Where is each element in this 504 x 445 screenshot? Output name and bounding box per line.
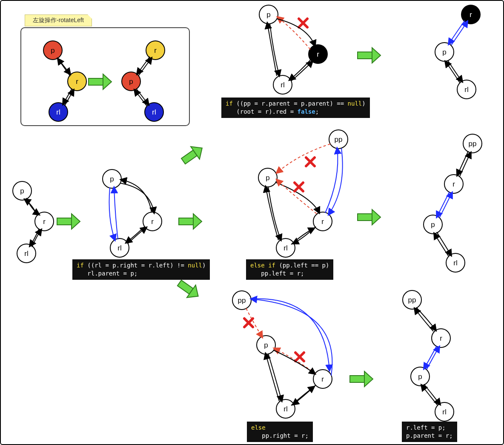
inset-right: r p rl — [122, 41, 165, 121]
svg-text:p: p — [264, 341, 268, 349]
svg-text:p: p — [20, 187, 24, 195]
svg-text:r: r — [317, 50, 319, 58]
case2-right: pp r p rl — [424, 134, 482, 272]
diagram-svg: p r rl r p rl p r rl — [1, 1, 504, 445]
arrow-case2 — [358, 210, 381, 225]
svg-line-14 — [135, 90, 147, 106]
node-rl: rl — [152, 108, 156, 116]
svg-text:pp: pp — [469, 140, 477, 148]
svg-text:pp: pp — [408, 296, 416, 304]
case1-left: p r rl — [259, 5, 327, 94]
svg-text:r: r — [321, 218, 324, 226]
node-p: p — [51, 46, 54, 55]
step2-tree: p r rl — [103, 169, 162, 257]
svg-text:pp: pp — [335, 135, 343, 144]
svg-rect-29 — [179, 218, 193, 225]
inset-arrow — [89, 74, 112, 89]
svg-text:p: p — [442, 48, 446, 56]
svg-text:rl: rl — [464, 86, 468, 94]
x-icon — [295, 183, 303, 191]
svg-text:rl: rl — [453, 259, 457, 267]
diagram-page: 左旋操作-rotateLeft if ((pp = r.parent = p.p… — [0, 0, 504, 445]
svg-text:p: p — [431, 221, 435, 229]
svg-line-13 — [136, 89, 149, 105]
svg-text:rl: rl — [24, 250, 28, 258]
arrow-2-down — [175, 277, 203, 302]
svg-text:r: r — [151, 218, 154, 226]
svg-text:p: p — [266, 174, 269, 182]
svg-text:rl: rl — [117, 244, 121, 252]
svg-text:p: p — [110, 175, 114, 183]
svg-text:p: p — [418, 373, 422, 381]
svg-line-11 — [137, 57, 150, 74]
svg-line-4 — [58, 59, 70, 76]
x-icon — [306, 158, 315, 166]
node-rl: rl — [56, 108, 60, 116]
x-icon — [295, 353, 304, 361]
svg-rect-21 — [57, 218, 72, 225]
inset-left: p r rl — [43, 41, 86, 121]
svg-text:r: r — [321, 375, 324, 383]
arrow-1 — [57, 214, 80, 229]
svg-text:rl: rl — [442, 408, 446, 416]
initial-tree: p r rl — [13, 181, 54, 263]
svg-rect-52 — [358, 214, 372, 221]
node-r: r — [76, 78, 78, 86]
case3-left: pp p r rl — [232, 291, 332, 418]
svg-text:rl: rl — [281, 81, 284, 89]
case2-left: pp p r rl — [258, 130, 348, 257]
arrow-case1 — [358, 48, 381, 63]
svg-rect-37 — [358, 52, 372, 59]
svg-text:pp: pp — [238, 296, 246, 304]
svg-text:rl: rl — [284, 244, 287, 252]
case1-right: r p rl — [435, 5, 480, 99]
node-r: r — [154, 46, 157, 55]
arrow-2-up — [179, 142, 206, 167]
svg-line-12 — [139, 58, 152, 75]
svg-rect-7 — [89, 78, 103, 85]
svg-text:r: r — [452, 180, 455, 188]
svg-text:rl: rl — [284, 405, 287, 413]
node-p: p — [129, 78, 133, 86]
arrow-case3 — [350, 371, 373, 387]
x-icon — [299, 19, 307, 27]
x-icon — [244, 319, 253, 327]
svg-text:r: r — [43, 218, 46, 226]
svg-text:p: p — [266, 11, 270, 19]
svg-line-5 — [63, 89, 72, 104]
svg-text:r: r — [440, 334, 442, 342]
svg-text:r: r — [470, 11, 472, 19]
arrow-2-mid — [179, 214, 202, 229]
case3-right: pp r p rl — [403, 290, 454, 421]
svg-rect-69 — [350, 376, 364, 382]
svg-line-6 — [65, 90, 74, 106]
